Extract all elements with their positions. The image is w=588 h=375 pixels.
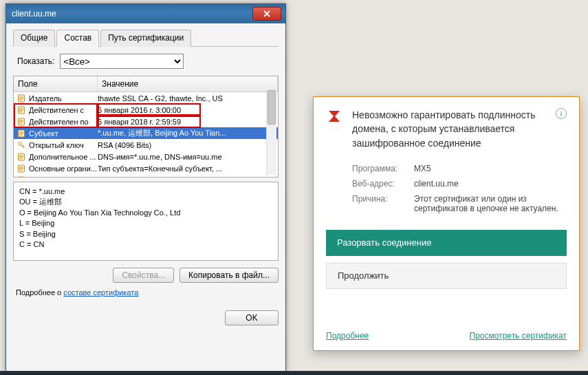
table-row[interactable]: Действителен с6 января 2016 г. 3:00:00 (14, 104, 278, 116)
cell-field: Действителен с (29, 106, 98, 114)
table-row[interactable]: Действителен по6 января 2018 г. 2:59:59 (14, 116, 278, 127)
tab-strip: Общие Состав Путь сертификации (13, 29, 279, 47)
table-row[interactable]: Основные ограни...Тип субъекта=Конечный … (14, 162, 278, 174)
certificate-icon (17, 164, 26, 173)
close-icon (263, 10, 270, 17)
kaspersky-title: Невозможно гарантировать подлинность дом… (352, 108, 546, 150)
cell-field: Основные ограни... (29, 164, 98, 173)
cell-field: Дополнительное ... (29, 153, 98, 161)
taskbar[interactable] (0, 371, 588, 375)
disconnect-button[interactable]: Разорвать соединение (326, 230, 567, 256)
cell-field: Субъект (29, 129, 98, 138)
copy-to-file-button[interactable]: Копировать в файл... (179, 268, 279, 283)
col-field[interactable]: Поле (14, 76, 98, 92)
cell-value: thawte SSL CA - G2, thawte, Inc., US (98, 94, 276, 103)
label-reason: Причина: (352, 194, 414, 213)
certificate-dialog: client.uu.me Общие Состав Путь сертифика… (6, 3, 286, 372)
col-value[interactable]: Значение (98, 76, 278, 92)
kaspersky-logo-icon (326, 108, 342, 125)
learn-more-prefix: Подробнее о (16, 288, 63, 297)
value-program: MX5 (414, 164, 567, 173)
show-select[interactable]: <Все> (60, 54, 184, 69)
label-address: Веб-адрес: (352, 179, 414, 189)
table-row[interactable]: Субъект*.uu.me, 运维部, Beijing Ao You Tian… (14, 127, 278, 139)
cell-field: Открытый ключ (29, 141, 98, 149)
window-title: client.uu.me (12, 9, 252, 19)
subject-details[interactable]: CN = *.uu.me OU = 运维部 O = Beijing Ao You… (13, 182, 279, 261)
learn-more-link[interactable]: составе сертификата (63, 288, 138, 297)
cell-value: Тип субъекта=Конечный субъект, ... (98, 164, 276, 173)
cell-value: 6 января 2018 г. 2:59:59 (98, 118, 276, 126)
tab-general[interactable]: Общие (13, 30, 55, 47)
certificate-icon (17, 117, 26, 127)
cell-field: Издатель (29, 94, 98, 103)
cell-field: Действителен по (29, 118, 98, 126)
view-cert-link[interactable]: Просмотреть сертификат (470, 331, 567, 341)
close-button[interactable] (252, 7, 281, 21)
cell-value: 6 января 2016 г. 3:00:00 (98, 106, 276, 114)
titlebar[interactable]: client.uu.me (6, 4, 285, 23)
certificate-icon (17, 105, 26, 115)
cell-value: RSA (4096 Bits) (98, 141, 276, 149)
kaspersky-popup: Невозможно гарантировать подлинность дом… (313, 96, 580, 351)
properties-button: Свойства... (113, 268, 174, 283)
cell-field: Политики сертиф... (29, 176, 98, 178)
scroll-thumb[interactable] (268, 90, 276, 125)
certificate-icon (17, 94, 26, 103)
svg-rect-7 (19, 177, 25, 178)
show-label: Показать: (17, 56, 54, 66)
tab-certpath[interactable]: Путь сертификации (100, 30, 191, 47)
more-link[interactable]: Подробнее (326, 331, 369, 341)
tab-details[interactable]: Состав (56, 30, 99, 47)
certificate-icon (17, 129, 26, 138)
value-reason: Этот сертификат или один из сертификатов… (414, 194, 567, 213)
table-row[interactable]: Дополнительное ...DNS-имя=*.uu.me, DNS-и… (14, 151, 278, 162)
info-icon[interactable]: i (556, 108, 567, 119)
value-address: client.uu.me (414, 179, 567, 189)
cell-value: *.uu.me, 运维部, Beijing Ao You Tian... (98, 128, 276, 138)
fields-table: Поле Значение Издательthawte SSL CA - G2… (13, 76, 279, 178)
scrollbar[interactable] (266, 90, 276, 175)
key-icon (17, 140, 26, 150)
certificate-icon (17, 152, 26, 162)
ok-button[interactable]: OK (225, 310, 279, 325)
table-row[interactable]: Издательthawte SSL CA - G2, thawte, Inc.… (14, 92, 278, 104)
label-program: Программа: (352, 164, 414, 173)
table-row[interactable]: Открытый ключRSA (4096 Bits) (14, 139, 278, 151)
cell-value: [1]Политика сертификата:Идентиф... (98, 176, 276, 178)
certificate-icon (17, 175, 26, 178)
svg-point-4 (19, 142, 22, 145)
continue-button[interactable]: Продолжить (326, 263, 567, 289)
table-row[interactable]: Политики сертиф...[1]Политика сертификат… (14, 174, 278, 178)
cell-value: DNS-имя=*.uu.me, DNS-имя=uu.me (98, 153, 276, 161)
